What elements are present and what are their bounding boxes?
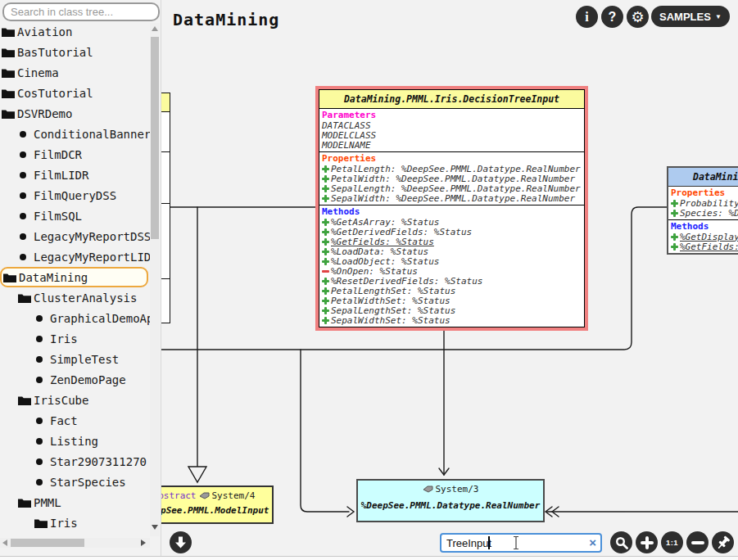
- properties-label: Properties: [319, 153, 584, 164]
- class-bullet-icon: [18, 172, 31, 178]
- scroll-to-bottom-button[interactable]: [170, 531, 192, 553]
- diagram-search-input[interactable]: [440, 533, 602, 553]
- member-text: SepalWidth: %DeepSee.PMML.Datatype.RealN…: [331, 193, 575, 204]
- member-row[interactable]: PetalLength: %DeepSee.PMML.Datatype.Real…: [319, 164, 584, 174]
- class-box-decisiontreeinput[interactable]: DataMining.PMML.Iris.DecisionTreeInput P…: [315, 86, 588, 331]
- member-row[interactable]: %GetDisplay: [668, 232, 738, 242]
- zoom-out-button[interactable]: [686, 531, 709, 553]
- scroll-up-icon[interactable]: [152, 26, 158, 31]
- tree-item-costutorial[interactable]: CosTutorial: [0, 83, 150, 103]
- tree-item-filmsql[interactable]: FilmSQL: [0, 205, 150, 226]
- class-bullet-icon: [18, 131, 31, 138]
- tree-item-fact[interactable]: Fact: [0, 410, 150, 431]
- tree-vertical-scrollbar[interactable]: [150, 23, 160, 536]
- tree-item-legacymyreportlidr[interactable]: LegacyMyReportLIDR: [0, 246, 150, 267]
- info-icon: i: [585, 10, 588, 25]
- settings-button[interactable]: ⚙: [627, 6, 649, 28]
- text-caret: [488, 536, 490, 549]
- member-row[interactable]: Species: %D: [668, 208, 738, 218]
- vertical-scroll-thumb[interactable]: [151, 37, 159, 239]
- pin-view-button[interactable]: [712, 531, 734, 553]
- zoom-actual-button[interactable]: 1:1: [661, 531, 683, 553]
- tree-item-aviation[interactable]: Aviation: [0, 21, 150, 42]
- plus-icon: [322, 317, 329, 324]
- scroll-left-icon[interactable]: [2, 540, 7, 546]
- tree-search-input[interactable]: [2, 2, 160, 21]
- tree-item-iriscube[interactable]: IrisCube: [0, 390, 150, 410]
- folder-icon: [2, 88, 15, 98]
- properties-section: Properties PetalLength: %DeepSee.PMML.Da…: [319, 151, 584, 205]
- tree-item-label: LegacyMyReportLIDR: [34, 251, 150, 264]
- horizontal-scroll-thumb[interactable]: [11, 539, 84, 547]
- tree-item-star2907311270[interactable]: Star2907311270: [0, 451, 150, 472]
- tree-item-starspecies[interactable]: StarSpecies: [0, 472, 150, 492]
- member-row[interactable]: SepalLength: %DeepSee.PMML.Datatype.Real…: [319, 183, 584, 193]
- tree-item-simpletest[interactable]: SimpleTest: [0, 349, 150, 369]
- member-row[interactable]: Probability: [668, 198, 738, 208]
- class-bullet-icon: [34, 418, 48, 424]
- member-row[interactable]: DATACLASS: [319, 120, 584, 130]
- partial-class-box[interactable]: [161, 93, 170, 323]
- zoom-in-button[interactable]: [636, 531, 658, 553]
- tree-item-legacymyreportdss[interactable]: LegacyMyReportDSS: [0, 226, 150, 246]
- member-row[interactable]: %LoadObject: %Status: [319, 256, 584, 266]
- member-row[interactable]: %ResetDerivedFields: %Status: [319, 276, 584, 286]
- tree-item-filmdcr[interactable]: FilmDCR: [0, 144, 150, 165]
- diagram-canvas[interactable]: DataMining.PMML.Iris.DecisionTreeInput P…: [161, 0, 738, 560]
- member-row[interactable]: %LoadData: %Status: [319, 246, 584, 256]
- tree-item-clusteranalysis[interactable]: ClusterAnalysis: [0, 287, 150, 308]
- tree-horizontal-scrollbar[interactable]: [0, 538, 150, 548]
- class-box-modelinput[interactable]: Abstract System/4 %DeepSee.PMML.ModelInp…: [161, 485, 274, 524]
- tree-item-label: FilmQueryDSS: [34, 189, 116, 202]
- scroll-down-icon[interactable]: [152, 525, 158, 530]
- member-row[interactable]: %GetFields:: [668, 242, 738, 251]
- methods-section: Methods %GetDisplay%GetFields:: [668, 219, 738, 253]
- class-bullet-icon: [18, 254, 31, 260]
- tree-item-zendemopage[interactable]: ZenDemoPage: [0, 369, 150, 390]
- tree-item-label: ConditionalBanner: [34, 128, 150, 141]
- inheritance-triangle-icon: [188, 467, 206, 482]
- member-row[interactable]: PetalWidth: %DeepSee.PMML.Datatype.RealN…: [319, 174, 584, 183]
- tree-item-iris[interactable]: Iris: [0, 328, 150, 349]
- clear-search-icon[interactable]: ×: [589, 535, 596, 549]
- tree-item-listing[interactable]: Listing: [0, 431, 150, 451]
- member-row[interactable]: %OnOpen: %Status: [319, 266, 584, 276]
- tree-item-iris[interactable]: Iris: [0, 513, 150, 533]
- tree-item-conditionalbanner[interactable]: ConditionalBanner: [0, 124, 150, 144]
- tree-item-datamining[interactable]: DataMining: [0, 267, 148, 287]
- find-button[interactable]: [610, 531, 632, 553]
- tree-item-bastutorial[interactable]: BasTutorial: [0, 42, 150, 62]
- tree-item-pmml[interactable]: PMML: [0, 492, 150, 513]
- member-row[interactable]: SepalLengthSet: %Status: [319, 305, 584, 315]
- tree-item-label: CosTutorial: [17, 87, 93, 100]
- scroll-right-icon[interactable]: [141, 540, 146, 546]
- info-button[interactable]: i: [576, 6, 598, 28]
- tree-item-filmquerydss[interactable]: FilmQueryDSS: [0, 185, 150, 205]
- member-row[interactable]: SepalWidth: %DeepSee.PMML.Datatype.RealN…: [319, 193, 584, 203]
- member-row[interactable]: PetalWidthSet: %Status: [319, 296, 584, 305]
- plus-icon: [671, 210, 678, 217]
- member-row[interactable]: MODELNAME: [319, 140, 584, 150]
- class-title[interactable]: DataMining.PMML.Iris.DecisionTreeInput: [319, 90, 584, 109]
- tree-item-dsvrdemo[interactable]: DSVRDemo: [0, 103, 150, 124]
- class-box-right[interactable]: DataMining Properties ProbabilitySpecies…: [667, 166, 738, 255]
- tree-item-filmlidr[interactable]: FilmLIDR: [0, 165, 150, 185]
- samples-dropdown[interactable]: SAMPLES ▼: [651, 6, 730, 27]
- tree-item-label: FilmSQL: [34, 210, 82, 223]
- help-button[interactable]: ?: [601, 6, 623, 28]
- member-row[interactable]: %GetDerivedFields: %Status: [319, 227, 584, 237]
- member-row[interactable]: MODELCLASS: [319, 130, 584, 140]
- package-icon: [199, 492, 210, 499]
- tree-item-cinema[interactable]: Cinema: [0, 62, 150, 83]
- member-row[interactable]: %GetFields: %Status: [319, 237, 584, 246]
- magnifier-icon: [614, 535, 629, 550]
- plus-icon: [322, 307, 329, 314]
- class-title[interactable]: DataMining: [668, 168, 738, 187]
- member-row[interactable]: SepalWidthSet: %Status: [319, 315, 584, 325]
- plus-icon: [671, 243, 678, 251]
- class-box-realnumber[interactable]: System/3 %DeepSee.PMML.Datatype.RealNumb…: [356, 479, 545, 522]
- tree-item-graphicaldemoapp[interactable]: GraphicalDemoApp: [0, 308, 150, 328]
- package-label: System/3: [436, 484, 479, 495]
- member-row[interactable]: %GetAsArray: %Status: [319, 217, 584, 227]
- member-row[interactable]: PetalLengthSet: %Status: [319, 286, 584, 296]
